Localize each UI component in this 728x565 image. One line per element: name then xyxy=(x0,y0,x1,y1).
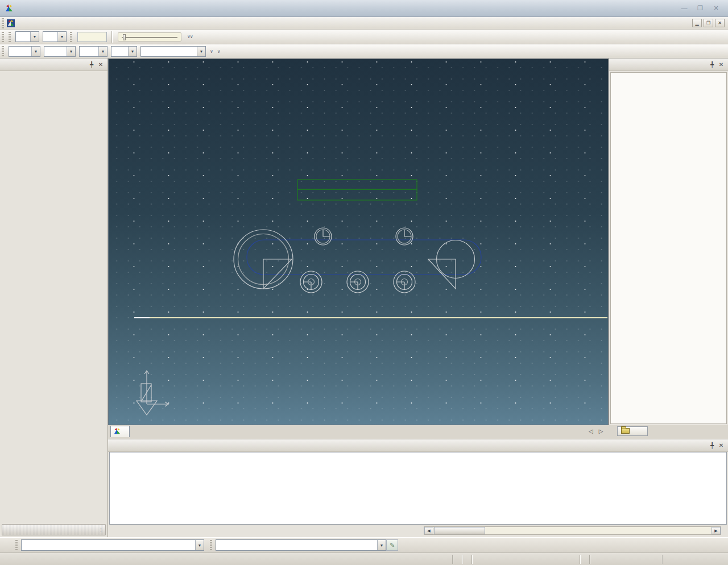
close-icon[interactable]: ✕ xyxy=(717,441,726,450)
output-header: ╇ ✕ xyxy=(108,439,728,452)
sidebar-header: ╇ ✕ xyxy=(0,59,107,71)
chevron-down-icon[interactable]: ▼ xyxy=(128,47,136,56)
sidebar-group-bar-tire[interactable] xyxy=(2,524,106,535)
pin-icon[interactable]: ╇ xyxy=(708,441,717,450)
chevron-down-icon[interactable]: ▼ xyxy=(98,47,107,56)
database-panel: ╇ ✕ xyxy=(609,59,728,425)
mdi-minimize-icon[interactable]: ▁ xyxy=(692,19,702,27)
scrollbar-thumb[interactable] xyxy=(434,527,485,534)
grid-y-combo[interactable]: ▼ xyxy=(44,46,76,57)
menubar: ▁ ❐ ✕ xyxy=(0,17,728,30)
close-icon[interactable]: ✕ xyxy=(717,60,726,69)
idler-wheel xyxy=(234,230,293,289)
minimize-icon[interactable]: — xyxy=(678,3,690,13)
mdi-close-icon[interactable]: ✕ xyxy=(715,19,725,27)
track-rollers xyxy=(300,228,415,293)
toolbar-grip xyxy=(70,32,72,42)
command-apply-button[interactable]: ✎ xyxy=(386,539,398,551)
output-message-list[interactable] xyxy=(109,452,727,525)
toolbar-grip xyxy=(9,32,11,42)
output-horizontal-scrollbar[interactable]: ◀ ▶ xyxy=(424,526,721,535)
maximize-icon[interactable]: ❐ xyxy=(694,3,706,13)
recurdyn-window: — ❐ ✕ ▁ ❐ ✕ ▼ ▼ xyxy=(0,0,728,565)
layer-combo[interactable]: ▼ xyxy=(111,46,137,57)
titlebar: — ❐ ✕ xyxy=(0,0,728,17)
spring-toolkit-area xyxy=(0,73,107,523)
local-label xyxy=(580,555,589,564)
grid-x-combo[interactable]: ▼ xyxy=(9,46,40,57)
model-canvas xyxy=(109,59,608,425)
document-tabstrip: ◁ ▷ xyxy=(108,425,728,439)
toolbar-grip xyxy=(2,32,4,42)
mdi-restore-icon[interactable]: ❐ xyxy=(704,19,713,27)
view-mode-combo[interactable]: ▼ xyxy=(79,46,107,57)
toolbar-overflow-button[interactable]: ∨ xyxy=(217,49,220,54)
folder-icon xyxy=(621,428,630,434)
scroll-right-icon[interactable]: ▶ xyxy=(712,527,721,534)
close-icon[interactable]: ✕ xyxy=(96,60,105,69)
chevron-down-icon[interactable]: ▼ xyxy=(57,32,66,41)
toolbar-grip xyxy=(15,540,18,550)
chevron-down-icon[interactable]: ▼ xyxy=(30,32,39,41)
output-panel: ╇ ✕ ◀ ▶ xyxy=(108,439,728,537)
app-icon-small xyxy=(7,19,15,27)
caps-indicator xyxy=(452,555,462,564)
entity-select-combo[interactable]: ▼ xyxy=(21,539,204,551)
global-coordinates xyxy=(471,555,580,564)
command-bar: ▼ ▼ ✎ xyxy=(0,537,728,552)
chevron-down-icon[interactable]: ▼ xyxy=(197,47,205,56)
output-tab-row: ◀ ▶ xyxy=(108,525,728,537)
frame-counter-field[interactable] xyxy=(77,32,107,42)
local-coordinates xyxy=(589,555,662,564)
units-indicator xyxy=(662,555,728,564)
chevron-down-icon[interactable]: ▼ xyxy=(31,47,40,56)
statusbar xyxy=(0,552,728,565)
model-viewport[interactable] xyxy=(108,59,609,425)
frame-start-combo[interactable]: ▼ xyxy=(15,31,39,42)
sprocket-wheel xyxy=(428,240,475,289)
toolbar-overflow-button[interactable]: ∨∨ xyxy=(187,34,193,39)
pin-icon[interactable]: ╇ xyxy=(87,60,96,69)
toolkit-sidebar: ╇ ✕ xyxy=(0,59,108,537)
close-icon[interactable]: ✕ xyxy=(710,3,722,13)
database-tree xyxy=(610,72,727,424)
tab-scroll-left-icon[interactable]: ◁ xyxy=(589,428,593,434)
soil-patch-outline xyxy=(297,180,417,200)
chevron-down-icon[interactable]: ▼ xyxy=(195,540,204,550)
standard-toolbar: ▼ ▼ ∨∨ xyxy=(0,30,728,44)
model-tab[interactable] xyxy=(617,426,648,436)
coordinate-triad xyxy=(136,371,168,415)
command-input-combo[interactable]: ▼ xyxy=(216,539,386,551)
frame-end-combo[interactable]: ▼ xyxy=(43,31,67,42)
scroll-left-icon[interactable]: ◀ xyxy=(424,527,433,534)
slider-thumb[interactable] xyxy=(123,34,126,40)
menubar-grip xyxy=(2,18,4,28)
toolbar-grip xyxy=(210,540,212,550)
entity-filter-combo[interactable]: ▼ xyxy=(140,46,206,57)
document-tab[interactable] xyxy=(110,426,130,437)
animation-slider[interactable] xyxy=(118,32,181,41)
toolbar-grip xyxy=(2,46,4,56)
app-icon xyxy=(5,4,14,13)
global-label xyxy=(462,555,471,564)
tab-scroll-right-icon[interactable]: ▷ xyxy=(599,428,603,434)
toolbar-overflow-button[interactable]: ∨ xyxy=(210,49,213,54)
database-header: ╇ ✕ xyxy=(609,59,728,71)
view-toolbar: ▼ ▼ ▼ ▼ ▼ ∨ ∨ xyxy=(0,44,728,59)
recurdyn-icon xyxy=(113,427,121,435)
toolbar-separator xyxy=(111,31,112,43)
slider-track xyxy=(122,37,177,38)
chevron-down-icon[interactable]: ▼ xyxy=(377,540,386,550)
pin-icon[interactable]: ╇ xyxy=(708,60,717,69)
chevron-down-icon[interactable]: ▼ xyxy=(67,47,75,56)
